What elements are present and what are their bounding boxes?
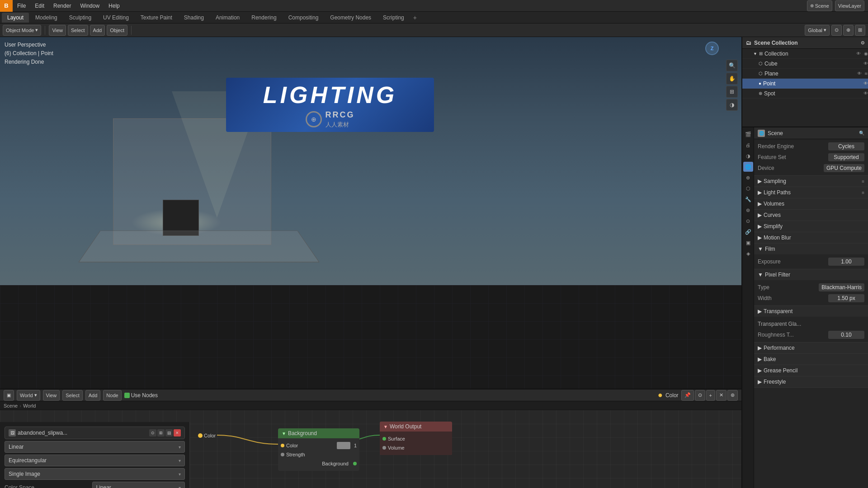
node-new[interactable]: + <box>706 390 715 401</box>
image-close[interactable]: ✕ <box>174 429 181 436</box>
view-menu[interactable]: View <box>49 25 66 36</box>
prop-world-icon[interactable]: ⊕ <box>743 173 753 183</box>
filter-type-value[interactable]: Blackman-Harris <box>819 283 864 291</box>
vp-tool-search[interactable]: 🔍 <box>726 60 738 71</box>
render-engine-value[interactable]: Cycles <box>828 142 864 150</box>
node-world-selector[interactable]: World ▾ <box>17 390 40 401</box>
simplify-header[interactable]: ▶ Simplify <box>754 221 868 232</box>
outliner-plane[interactable]: ⬡ Plane 👁 ≋ <box>742 69 868 79</box>
background-node[interactable]: ▼ Background Color 1 <box>278 428 359 471</box>
bake-header[interactable]: ▶ Bake <box>754 354 868 365</box>
scene-selector[interactable]: ⊕ Scene <box>807 0 832 11</box>
prop-output-icon[interactable]: 🖨 <box>743 140 753 150</box>
tab-shading[interactable]: Shading <box>179 13 209 23</box>
motion-blur-header[interactable]: ▶ Motion Blur <box>754 232 868 243</box>
render-icon[interactable]: ◉ <box>864 51 868 56</box>
tab-sculpting[interactable]: Sculpting <box>64 13 97 23</box>
outliner-cube[interactable]: ⬡ Cube 👁 <box>742 59 868 69</box>
use-nodes-toggle[interactable]: Use Nodes <box>124 392 158 399</box>
transform-btn[interactable]: ⊞ <box>855 25 865 36</box>
prop-modifier-icon[interactable]: 🔧 <box>743 194 753 204</box>
prop-object-icon[interactable]: ⬡ <box>743 183 753 193</box>
breadcrumb-scene[interactable]: Scene <box>4 403 18 408</box>
menu-help[interactable]: Help <box>104 0 124 11</box>
tab-geometry-nodes[interactable]: Geometry Nodes <box>325 13 377 23</box>
cube-vis[interactable]: 👁 <box>863 61 868 66</box>
select-menu[interactable]: Select <box>68 25 88 36</box>
breadcrumb-world[interactable]: World <box>23 403 36 408</box>
add-menu[interactable]: Add <box>90 25 105 36</box>
tab-compositing[interactable]: Compositing <box>283 13 324 23</box>
node-add-menu[interactable]: Add <box>85 390 101 401</box>
grease-pencil-header[interactable]: ▶ Grease Pencil <box>754 365 868 376</box>
filter-width-value[interactable]: 1.50 px <box>828 294 864 302</box>
tab-scripting[interactable]: Scripting <box>377 13 410 23</box>
plane-vis[interactable]: 👁 <box>857 71 862 76</box>
tab-modeling[interactable]: Modeling <box>30 13 63 23</box>
tab-texture-paint[interactable]: Texture Paint <box>135 13 178 23</box>
image-action-2[interactable]: ⊞ <box>157 429 165 436</box>
menu-window[interactable]: Window <box>75 0 104 11</box>
node-pin[interactable]: 📌 <box>681 390 694 401</box>
lp-list-icon[interactable]: ≡ <box>862 190 864 195</box>
tab-layout[interactable]: Layout <box>2 13 29 23</box>
prop-data-icon[interactable]: ▣ <box>743 238 753 248</box>
vp-tool-render-prev[interactable]: ◑ <box>726 99 738 111</box>
menu-file[interactable]: File <box>13 0 30 11</box>
object-menu[interactable]: Object <box>107 25 127 36</box>
outliner-collection[interactable]: ▼ ⊞ Collection 👁 ◉ <box>742 49 868 59</box>
viewport-gizmo[interactable]: Z <box>705 42 719 55</box>
lightpaths-header[interactable]: ▶ Light Paths ≡ <box>754 187 868 198</box>
interpolation-dropdown[interactable]: Linear ▾ <box>5 441 185 453</box>
node-graph-area[interactable]: ▼ Background Color 1 <box>190 410 741 488</box>
prop-particles-icon[interactable]: ⊛ <box>743 205 753 215</box>
outliner-point[interactable]: ● Point 👁 <box>742 79 868 89</box>
tab-rendering[interactable]: Rendering <box>246 13 282 23</box>
image-action-1[interactable]: ⊙ <box>149 429 156 436</box>
roughness-value[interactable]: 0.10 <box>828 331 864 339</box>
tab-uv-editing[interactable]: UV Editing <box>98 13 134 23</box>
node-options[interactable]: ⊛ <box>727 390 738 401</box>
menu-render[interactable]: Render <box>49 0 75 11</box>
props-search[interactable]: 🔍 <box>859 131 864 136</box>
node-close[interactable]: ✕ <box>716 390 726 401</box>
outliner-spot[interactable]: ⊛ Spot 👁 <box>742 89 868 99</box>
vp-tool-grid[interactable]: ⊞ <box>726 86 738 98</box>
transparent-header[interactable]: ▶ Transparent <box>754 306 868 317</box>
prop-material-icon[interactable]: ◈ <box>743 249 753 258</box>
prop-render-icon[interactable]: 🎬 <box>743 129 753 139</box>
color-space-dropdown[interactable]: Linear ▾ <box>92 482 185 488</box>
prop-view-layer-icon[interactable]: ◑ <box>743 151 753 161</box>
exposure-value[interactable]: 1.00 <box>828 258 864 266</box>
outliner-filter[interactable]: ⊙ <box>861 40 864 45</box>
node-content[interactable]: 🖼 abandoned_slipwa... ⊙ ⊞ ▤ ✕ Linear ▾ <box>0 410 741 488</box>
global-selector[interactable]: Global ▾ <box>805 25 830 36</box>
menu-edit[interactable]: Edit <box>30 0 49 11</box>
mode-selector[interactable]: Object Mode ▾ <box>3 25 41 36</box>
sampling-header[interactable]: ▶ Sampling ≡ <box>754 176 868 187</box>
source-dropdown[interactable]: Single Image ▾ <box>5 468 185 480</box>
prop-constraints-icon[interactable]: 🔗 <box>743 227 753 237</box>
curves-header[interactable]: ▶ Curves <box>754 210 868 221</box>
spot-vis[interactable]: 👁 <box>863 91 868 96</box>
node-node-menu[interactable]: Node <box>103 390 121 401</box>
sampling-list-icon[interactable]: ≡ <box>862 179 864 184</box>
visibility-icon[interactable]: 👁 <box>856 51 861 56</box>
viewport[interactable]: User Perspective (6) Collection | Point … <box>0 37 741 488</box>
freestyle-header[interactable]: ▶ Freestyle <box>754 376 868 387</box>
node-editor-mode[interactable]: ▣ <box>4 390 14 401</box>
vp-tool-hand[interactable]: ✋ <box>726 73 738 84</box>
performance-header[interactable]: ▶ Performance <box>754 343 868 353</box>
world-output-node[interactable]: ▼ World Output Surface Volume <box>380 422 452 455</box>
prop-scene-icon[interactable]: 🌐 <box>743 162 753 172</box>
snap-btn[interactable]: ⊙ <box>831 25 842 36</box>
point-vis[interactable]: 👁 <box>863 81 868 86</box>
use-nodes-checkbox[interactable] <box>124 393 130 398</box>
device-value[interactable]: GPU Compute <box>824 164 864 172</box>
volumes-header[interactable]: ▶ Volumes <box>754 198 868 209</box>
node-view-menu[interactable]: View <box>43 390 60 401</box>
film-header[interactable]: ▼ Film <box>754 244 868 254</box>
projection-dropdown[interactable]: Equirectangular ▾ <box>5 455 185 466</box>
tab-animation[interactable]: Animation <box>210 13 245 23</box>
node-select-menu[interactable]: Select <box>62 390 83 401</box>
